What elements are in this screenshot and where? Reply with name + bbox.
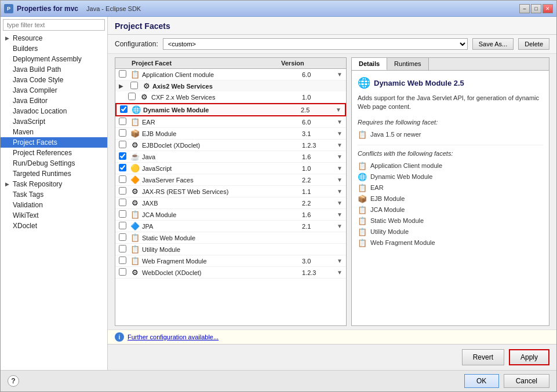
list-item-icon: 📋 bbox=[358, 130, 367, 139]
sidebar-item-deployment-assembly[interactable]: Deployment Assembly bbox=[1, 54, 107, 64]
sidebar-item-java-code-style[interactable]: Java Code Style bbox=[1, 75, 107, 85]
version-dropdown-icon[interactable]: ▼ bbox=[337, 165, 346, 171]
row-checkbox[interactable] bbox=[115, 245, 129, 254]
sidebar-item-maven[interactable]: Maven bbox=[1, 127, 107, 137]
table-row[interactable]: ▶ ⚙ Axis2 Web Services bbox=[115, 80, 346, 91]
config-select[interactable]: <custom> bbox=[163, 38, 468, 50]
table-row[interactable]: 📋 Application Client module 6.0 ▼ bbox=[115, 69, 346, 80]
row-checkbox[interactable] bbox=[115, 118, 129, 126]
list-item-label: Static Web Module bbox=[370, 217, 424, 224]
facets-area: Project Facet Version 📋 Application Clie… bbox=[108, 54, 556, 329]
table-row[interactable]: 📋 Web Fragment Module 3.0 ▼ bbox=[115, 255, 346, 267]
version-dropdown-icon[interactable]: ▼ bbox=[337, 223, 346, 229]
sidebar-item-task-tags[interactable]: Task Tags bbox=[1, 189, 107, 200]
version-dropdown-icon[interactable]: ▼ bbox=[337, 269, 346, 276]
version-dropdown-icon[interactable]: ▼ bbox=[336, 107, 345, 113]
save-as-button[interactable]: Save As... bbox=[472, 38, 514, 50]
row-checkbox[interactable] bbox=[125, 93, 139, 101]
list-item-icon: 📋 bbox=[358, 239, 367, 247]
sidebar-item-builders[interactable]: Builders bbox=[1, 43, 107, 54]
row-icon: ☕ bbox=[129, 152, 141, 161]
row-checkbox[interactable] bbox=[115, 199, 129, 207]
maximize-button[interactable]: □ bbox=[531, 4, 541, 13]
version-dropdown-icon[interactable]: ▼ bbox=[337, 188, 346, 195]
apply-button[interactable]: Apply bbox=[509, 349, 549, 365]
sidebar-item-targeted-runtimes[interactable]: Targeted Runtimes bbox=[1, 168, 107, 179]
row-checkbox[interactable] bbox=[115, 268, 129, 277]
details-content: 🌐 Dynamic Web Module 2.5 Adds support fo… bbox=[352, 71, 549, 325]
version-dropdown-icon[interactable]: ▼ bbox=[337, 258, 346, 264]
version-dropdown-icon[interactable]: ▼ bbox=[337, 130, 346, 137]
tab-runtimes[interactable]: Runtimes bbox=[387, 58, 428, 70]
table-row[interactable]: ⚙ CXF 2.x Web Services 1.0 bbox=[115, 91, 346, 103]
table-row[interactable]: ⚙ WebDoclet (XDoclet) 1.2.3 ▼ bbox=[115, 267, 346, 279]
row-checkbox[interactable] bbox=[115, 187, 129, 196]
minimize-button[interactable]: – bbox=[519, 4, 530, 13]
row-checkbox[interactable] bbox=[115, 175, 129, 184]
version-dropdown-icon[interactable]: ▼ bbox=[337, 211, 346, 218]
table-row[interactable]: 🔷 JPA 2.1 ▼ bbox=[115, 221, 346, 232]
table-row[interactable]: 📋 EAR 6.0 ▼ bbox=[115, 116, 346, 128]
delete-button[interactable]: Delete bbox=[518, 38, 549, 50]
sidebar-item-java-build-path[interactable]: Java Build Path bbox=[1, 64, 107, 75]
table-row[interactable]: ☕ Java 1.6 ▼ bbox=[115, 151, 346, 163]
row-checkbox[interactable] bbox=[115, 70, 129, 79]
table-row[interactable]: 📋 Utility Module bbox=[115, 244, 346, 255]
filter-input[interactable] bbox=[3, 19, 105, 31]
cancel-button[interactable]: Cancel bbox=[504, 374, 549, 388]
row-icon: 📋 bbox=[129, 210, 141, 219]
sidebar-item-task-repository[interactable]: ▶ Task Repository bbox=[1, 179, 107, 189]
table-row[interactable]: 🔶 JavaServer Faces 2.2 ▼ bbox=[115, 174, 346, 186]
tab-details[interactable]: Details bbox=[352, 58, 387, 70]
version-dropdown-icon[interactable]: ▼ bbox=[337, 200, 346, 206]
table-row[interactable]: ⚙ JAX-RS (REST Web Services) 1.1 ▼ bbox=[115, 186, 346, 197]
row-checkbox[interactable] bbox=[115, 222, 129, 230]
row-checkbox[interactable] bbox=[117, 105, 130, 114]
row-checkbox[interactable] bbox=[127, 82, 141, 90]
version-dropdown-icon[interactable]: ▼ bbox=[337, 142, 346, 148]
sidebar-item-javascript[interactable]: JavaScript bbox=[1, 116, 107, 127]
table-row[interactable]: 📦 EJB Module 3.1 ▼ bbox=[115, 128, 346, 140]
ok-button[interactable]: OK bbox=[464, 374, 499, 388]
version-dropdown-icon[interactable]: ▼ bbox=[337, 177, 346, 183]
sidebar-item-java-editor[interactable]: Java Editor bbox=[1, 96, 107, 106]
version-dropdown-icon[interactable]: ▼ bbox=[337, 71, 346, 78]
sidebar-item-label: Task Repository bbox=[13, 180, 62, 188]
sidebar-item-javadoc-location[interactable]: Javadoc Location bbox=[1, 106, 107, 116]
sidebar-item-project-facets[interactable]: Project Facets bbox=[1, 137, 107, 148]
sidebar-item-run-debug-settings[interactable]: Run/Debug Settings bbox=[1, 158, 107, 168]
row-checkbox[interactable] bbox=[115, 129, 129, 138]
expand-icon[interactable]: ▶ bbox=[115, 83, 127, 89]
sidebar-item-validation[interactable]: Validation bbox=[1, 200, 107, 210]
table-row[interactable]: 📋 JCA Module 1.6 ▼ bbox=[115, 209, 346, 221]
row-checkbox[interactable] bbox=[115, 141, 129, 149]
sidebar-item-xdoclet[interactable]: XDoclet bbox=[1, 221, 107, 231]
list-item-icon: 🌐 bbox=[358, 173, 367, 181]
sidebar-item-label: Targeted Runtimes bbox=[13, 170, 71, 178]
version-dropdown-icon[interactable]: ▼ bbox=[337, 153, 346, 160]
table-row[interactable]: 📋 Static Web Module bbox=[115, 232, 346, 244]
row-checkbox[interactable] bbox=[115, 233, 129, 242]
row-checkbox[interactable] bbox=[115, 257, 129, 265]
sidebar-item-java-compiler[interactable]: Java Compiler bbox=[1, 85, 107, 96]
sidebar-item-label: Project Facets bbox=[13, 138, 57, 146]
table-row[interactable]: 🟡 JavaScript 1.0 ▼ bbox=[115, 163, 346, 174]
row-checkbox[interactable] bbox=[115, 210, 129, 219]
row-checkbox[interactable] bbox=[115, 164, 129, 173]
help-button[interactable]: ? bbox=[8, 375, 19, 387]
table-row-dynamic-web-module[interactable]: 🌐 Dynamic Web Module 2.5 ▼ bbox=[115, 103, 346, 116]
table-row[interactable]: ⚙ JAXB 2.2 ▼ bbox=[115, 197, 346, 209]
row-version: 3.0 bbox=[302, 258, 337, 265]
version-dropdown-icon[interactable]: ▼ bbox=[337, 119, 346, 125]
expand-arrow: ▶ bbox=[5, 35, 11, 41]
info-icon: i bbox=[115, 332, 124, 342]
sidebar-item-project-references[interactable]: Project References bbox=[1, 148, 107, 158]
main-header: Project Facets bbox=[108, 17, 556, 35]
table-row[interactable]: ⚙ EJBDoclet (XDoclet) 1.2.3 ▼ bbox=[115, 140, 346, 151]
further-config-link[interactable]: Further configuration available... bbox=[128, 334, 219, 340]
sidebar-item-wikitext[interactable]: WikiText bbox=[1, 210, 107, 221]
row-checkbox[interactable] bbox=[115, 152, 129, 161]
close-button[interactable]: ✕ bbox=[543, 4, 553, 13]
sidebar-item-resource[interactable]: ▶ Resource bbox=[1, 33, 107, 43]
revert-button[interactable]: Revert bbox=[462, 349, 504, 365]
